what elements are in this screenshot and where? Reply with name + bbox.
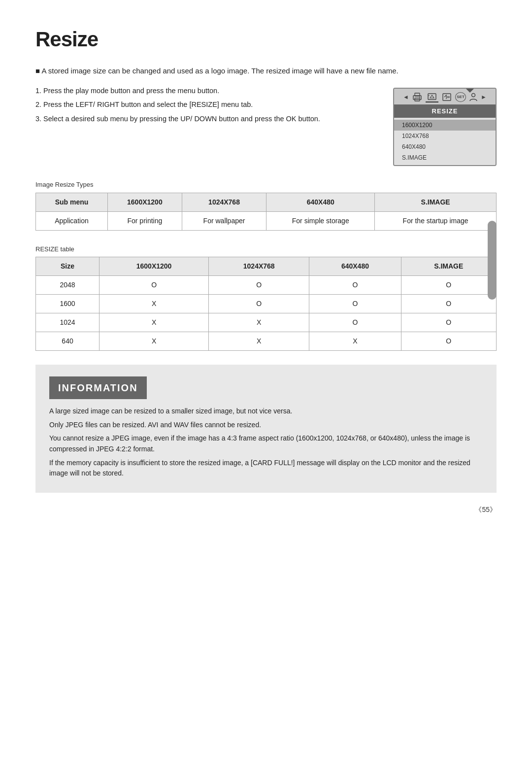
resize-col-1600: 1600X1200: [100, 257, 209, 276]
set-badge-icon: SET: [455, 92, 466, 102]
resize-table-header-row: Size 1600X1200 1024X768 640X480 S.IMAGE: [36, 257, 497, 276]
camera-menu-header: RESIZE: [394, 104, 496, 118]
camera-menu-illustration: ◄: [393, 88, 497, 167]
cell-application: Application: [36, 211, 108, 230]
table-row: Application For printing For wallpaper F…: [36, 211, 497, 230]
step-3: 3. Select a desired sub menu by pressing…: [35, 114, 377, 125]
table-row: 2048 O O O O: [36, 276, 497, 295]
cell-for-startup-image: For the startup image: [375, 211, 497, 230]
camera-menu-item-1: 1600X1200: [394, 120, 496, 131]
move-icon: [440, 92, 453, 102]
cell-for-printing: For printing: [107, 211, 182, 230]
row-2048-size: 2048: [36, 276, 100, 295]
row-640-1600: X: [100, 332, 209, 351]
col-header-1024: 1024X768: [182, 193, 266, 211]
instruction-list: 1. Press the play mode button and press …: [35, 86, 377, 125]
row-1024-simage: O: [401, 313, 496, 332]
row-2048-1600: O: [100, 276, 209, 295]
intro-block: ■ A stored image size can be changed and…: [35, 66, 497, 77]
svg-point-6: [472, 93, 475, 97]
information-title: INFORMATION: [49, 376, 147, 399]
page-title: Resize: [35, 24, 497, 55]
svg-point-3: [419, 97, 420, 98]
info-line-3: You cannot resize a JPEG image, even if …: [49, 433, 483, 454]
camera-menu-item-2: 1024X768: [394, 131, 496, 141]
camera-menu-items-list: 1600X1200 1024X768 640X480 S.IMAGE: [394, 118, 496, 165]
image-resize-types-table: Sub menu 1600X1200 1024X768 640X480 S.IM…: [35, 193, 497, 231]
resize-col-1024: 1024X768: [209, 257, 309, 276]
row-1600-size: 1600: [36, 295, 100, 313]
image-resize-types-section: Image Resize Types Sub menu 1600X1200 10…: [35, 180, 497, 231]
image-resize-types-label: Image Resize Types: [35, 180, 497, 190]
resize-menu-icon: [426, 92, 438, 102]
row-640-size: 640: [36, 332, 100, 351]
row-1024-size: 1024: [36, 313, 100, 332]
image-resize-types-header-row: Sub menu 1600X1200 1024X768 640X480 S.IM…: [36, 193, 497, 211]
step-2: 2. Press the LEFT/ RIGHT button and sele…: [35, 100, 377, 110]
print-icon: [411, 92, 424, 102]
resize-table-section: RESIZE table Size 1600X1200 1024X768 640…: [35, 244, 497, 351]
row-640-640: X: [309, 332, 401, 351]
row-1600-1024: O: [209, 295, 309, 313]
col-header-submenu: Sub menu: [36, 193, 108, 211]
menu-arrow-left-icon: ◄: [403, 93, 409, 102]
row-2048-640: O: [309, 276, 401, 295]
resize-table: Size 1600X1200 1024X768 640X480 S.IMAGE …: [35, 257, 497, 351]
col-header-simage: S.IMAGE: [375, 193, 497, 211]
row-1024-640: O: [309, 313, 401, 332]
info-line-2: Only JPEG files can be resized. AVI and …: [49, 420, 483, 431]
row-2048-1024: O: [209, 276, 309, 295]
resize-col-size: Size: [36, 257, 100, 276]
camera-menu-icons-row: ◄: [394, 89, 496, 104]
row-1600-640: O: [309, 295, 401, 313]
cell-for-wallpaper: For wallpaper: [182, 211, 266, 230]
resize-table-label: RESIZE table: [35, 244, 497, 254]
step-1: 1. Press the play mode button and press …: [35, 86, 377, 97]
resize-col-640: 640X480: [309, 257, 401, 276]
table-row: 1024 X X O O: [36, 313, 497, 332]
row-1600-1600: X: [100, 295, 209, 313]
menu-arrow-right-icon: ►: [481, 93, 487, 102]
row-1024-1024: X: [209, 313, 309, 332]
page-number: 《55》: [35, 505, 497, 515]
row-2048-simage: O: [401, 276, 496, 295]
intro-text: ■ A stored image size can be changed and…: [35, 66, 497, 77]
person-icon: [468, 92, 479, 102]
steps-list: 1. Press the play mode button and press …: [35, 86, 377, 128]
svg-rect-4: [428, 94, 436, 100]
table-row: 640 X X X O: [36, 332, 497, 351]
row-640-simage: O: [401, 332, 496, 351]
row-1024-1600: X: [100, 313, 209, 332]
cell-for-simple-storage: For simple storage: [266, 211, 375, 230]
info-line-1: A large sized image can be resized to a …: [49, 406, 483, 417]
steps-and-camera: 1. Press the play mode button and press …: [35, 86, 497, 167]
row-640-1024: X: [209, 332, 309, 351]
col-header-640: 640X480: [266, 193, 375, 211]
information-box: INFORMATION A large sized image can be r…: [35, 365, 497, 493]
scrollbar[interactable]: [488, 221, 497, 300]
resize-col-simage: S.IMAGE: [401, 257, 496, 276]
row-1600-simage: O: [401, 295, 496, 313]
col-header-1600: 1600X1200: [107, 193, 182, 211]
menu-indicator: [466, 89, 474, 93]
camera-menu-item-4: S.IMAGE: [394, 152, 496, 163]
table-row: 1600 X O O O: [36, 295, 497, 313]
info-line-4: If the memory capacity is insufficient t…: [49, 458, 483, 479]
camera-menu-item-3: 640X480: [394, 141, 496, 152]
